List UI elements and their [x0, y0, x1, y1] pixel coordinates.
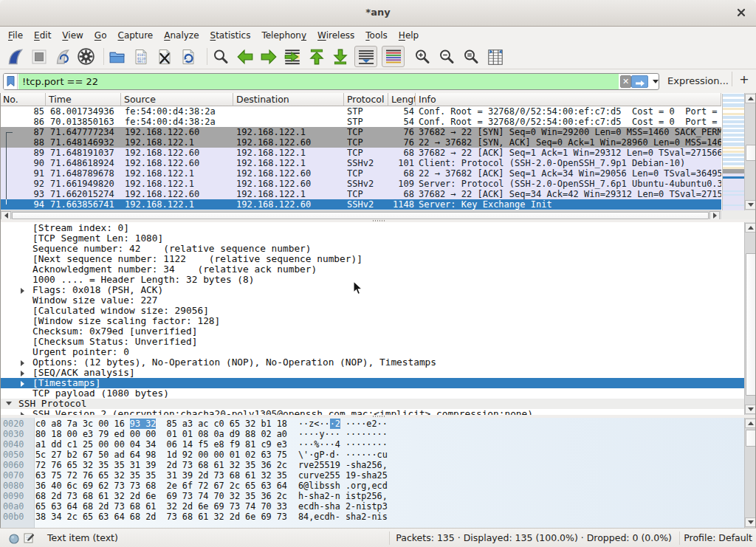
scroll-up-button[interactable]: [745, 223, 756, 233]
column-header-source[interactable]: Source: [121, 93, 233, 106]
packet-row-87[interactable]: 8771.647777234192.168.122.60192.168.122.…: [0, 127, 721, 137]
status-profile[interactable]: Profile: Default: [684, 532, 752, 543]
packet-row-93[interactable]: 9371.662015274192.168.122.60192.168.122.…: [0, 189, 721, 199]
collapsed-arrow-icon[interactable]: [21, 381, 24, 387]
column-header-protocol[interactable]: Protocol: [344, 93, 388, 106]
expanded-arrow-icon[interactable]: [6, 402, 12, 405]
hex-row-0080[interactable]: 008036 40 6c 69 62 73 73 68 2e 6f 72 67 …: [0, 481, 744, 491]
find-packet-button[interactable]: [210, 47, 230, 66]
detail-row[interactable]: [Timestamps]: [0, 378, 744, 388]
close-window-button[interactable]: [732, 4, 750, 22]
column-header-time[interactable]: Time: [46, 93, 121, 106]
go-back-button[interactable]: [235, 47, 255, 66]
detail-row[interactable]: SSH Version 2 (encryption:chacha20-poly1…: [0, 409, 744, 415]
scroll-down-button[interactable]: [745, 517, 756, 527]
menu-telephony[interactable]: Telephony: [256, 29, 312, 42]
hex-row-0060[interactable]: 006072 76 65 32 35 35 31 39 2d 73 68 61 …: [0, 460, 744, 470]
detail-row[interactable]: [SEQ/ACK analysis]: [0, 368, 744, 378]
hex-row-0090[interactable]: 009068 2d 73 68 61 32 2d 6e 69 73 74 70 …: [0, 491, 744, 501]
detail-row[interactable]: 1000 .... = Header Length: 32 bytes (8): [0, 275, 744, 285]
column-header-no[interactable]: No.: [0, 93, 46, 106]
collapsed-arrow-icon[interactable]: [21, 288, 24, 294]
vscroll-thumb[interactable]: [746, 430, 756, 447]
reload-file-button[interactable]: 010101100011: [178, 47, 198, 66]
stop-capture-button[interactable]: [29, 47, 49, 66]
packet-row-89[interactable]: 8971.648191037192.168.122.60192.168.122.…: [0, 148, 721, 158]
resize-columns-button[interactable]: [485, 47, 505, 66]
collapsed-arrow-icon[interactable]: [21, 360, 24, 366]
expression-button[interactable]: Expression...: [667, 75, 729, 86]
detail-row[interactable]: Sequence number: 42 (relative sequence n…: [0, 244, 744, 254]
detail-row[interactable]: [TCP Segment Len: 1080]: [0, 233, 744, 244]
scroll-up-button[interactable]: [745, 419, 756, 428]
column-header-info[interactable]: Info: [416, 93, 721, 106]
menu-go[interactable]: Go: [89, 29, 112, 42]
go-first-button[interactable]: [306, 47, 326, 66]
detail-row[interactable]: [Window size scaling factor: 128]: [0, 316, 744, 326]
collapsed-arrow-icon[interactable]: [21, 371, 24, 376]
filter-bookmark-button[interactable]: [4, 74, 18, 89]
hex-row-0040[interactable]: 0040a1 dd c1 25 00 00 04 34 06 14 f5 e8 …: [0, 439, 744, 450]
filter-add-button[interactable]: +: [738, 72, 750, 86]
detail-row[interactable]: Acknowledgment number: 34 (relative ack …: [0, 264, 744, 275]
save-file-button[interactable]: 010101100011: [131, 47, 151, 66]
filter-history-dropdown[interactable]: [653, 80, 659, 83]
detail-row[interactable]: Window size value: 227: [0, 295, 744, 306]
scroll-down-button[interactable]: [745, 200, 756, 210]
scroll-down-button[interactable]: [745, 405, 756, 414]
menu-capture[interactable]: Capture: [112, 29, 159, 42]
filter-apply-button[interactable]: [631, 75, 648, 88]
close-file-button[interactable]: 010101100011: [154, 47, 174, 66]
capture-options-button[interactable]: [76, 47, 96, 66]
packet-list-minimap[interactable]: [722, 94, 744, 210]
detail-row[interactable]: [Next sequence number: 1122 (relative se…: [0, 254, 744, 264]
bytes-vscrollbar[interactable]: [744, 418, 756, 528]
column-header-destination[interactable]: Destination: [233, 93, 344, 106]
detail-row[interactable]: [Checksum Status: Unverified]: [0, 337, 744, 347]
open-file-button[interactable]: [107, 47, 127, 66]
auto-scroll-toggle[interactable]: [354, 46, 377, 67]
detail-row[interactable]: [Stream index: 0]: [0, 223, 744, 233]
go-last-button[interactable]: [330, 47, 350, 66]
column-header-length[interactable]: Length: [388, 93, 416, 106]
menu-view[interactable]: View: [57, 29, 89, 42]
packet-list-vscrollbar[interactable]: [744, 93, 756, 210]
packet-row-91[interactable]: 9171.648789678192.168.122.1192.168.122.6…: [0, 168, 721, 179]
menu-edit[interactable]: Edit: [29, 29, 57, 42]
scroll-up-button[interactable]: [745, 94, 756, 103]
detail-row[interactable]: Checksum: 0x79ed [unverified]: [0, 326, 744, 337]
vscroll-thumb[interactable]: [746, 253, 756, 396]
menu-statistics[interactable]: Statistics: [205, 29, 256, 42]
packet-row-88[interactable]: 8871.648146932192.168.122.1192.168.122.6…: [0, 137, 721, 148]
menu-analyze[interactable]: Analyze: [159, 29, 205, 42]
detail-row[interactable]: Flags: 0x018 (PSH, ACK): [0, 285, 744, 295]
zoom-out-button[interactable]: [436, 47, 456, 66]
hscroll-thumb[interactable]: [12, 212, 709, 219]
restart-capture-button[interactable]: [52, 47, 72, 66]
hex-row-0020[interactable]: 0020c0 a8 7a 3c 00 16 93 32 85 a3 ac c0 …: [0, 419, 744, 429]
packet-row-92[interactable]: 9271.661949820192.168.122.1192.168.122.6…: [0, 179, 721, 189]
zoom-normal-button[interactable]: [461, 47, 481, 66]
display-filter-input[interactable]: !tcp.port == 22 ✕: [3, 73, 659, 90]
go-to-packet-button[interactable]: [282, 47, 302, 66]
colorize-toggle[interactable]: [382, 46, 405, 67]
hex-row-00b0[interactable]: 00b038 34 2c 65 63 64 68 2d 73 68 61 32 …: [0, 512, 744, 522]
filter-clear-button[interactable]: ✕: [620, 75, 631, 88]
start-capture-button[interactable]: [5, 47, 25, 66]
zoom-in-button[interactable]: [412, 47, 432, 66]
detail-row[interactable]: Options: (12 bytes), No-Operation (NOP),…: [0, 357, 744, 368]
hex-row-0030[interactable]: 003080 18 00 e3 79 ed 00 00 01 01 08 0a …: [0, 429, 744, 439]
detail-row[interactable]: [Calculated window size: 29056]: [0, 306, 744, 316]
menu-wireless[interactable]: Wireless: [312, 29, 360, 42]
detail-row[interactable]: Urgent pointer: 0: [0, 347, 744, 357]
packet-row-90[interactable]: 9071.648618924192.168.122.60192.168.122.…: [0, 158, 721, 168]
hex-row-0050[interactable]: 00505c 27 b2 67 50 ad 64 98 1d 92 00 00 …: [0, 450, 744, 460]
packet-row-94[interactable]: 9471.663856741192.168.122.1192.168.122.6…: [0, 199, 721, 210]
title-bar[interactable]: *any: [0, 0, 756, 27]
detail-row[interactable]: TCP payload (1080 bytes): [0, 388, 744, 399]
hex-row-0070[interactable]: 007063 75 72 76 65 32 35 35 31 39 2d 73 …: [0, 470, 744, 481]
menu-file[interactable]: File: [3, 29, 29, 42]
hex-row-00a0[interactable]: 00a065 63 64 68 2d 73 68 61 32 2d 6e 69 …: [0, 501, 744, 512]
menu-help[interactable]: Help: [393, 29, 424, 42]
vscroll-thumb[interactable]: [746, 145, 756, 161]
